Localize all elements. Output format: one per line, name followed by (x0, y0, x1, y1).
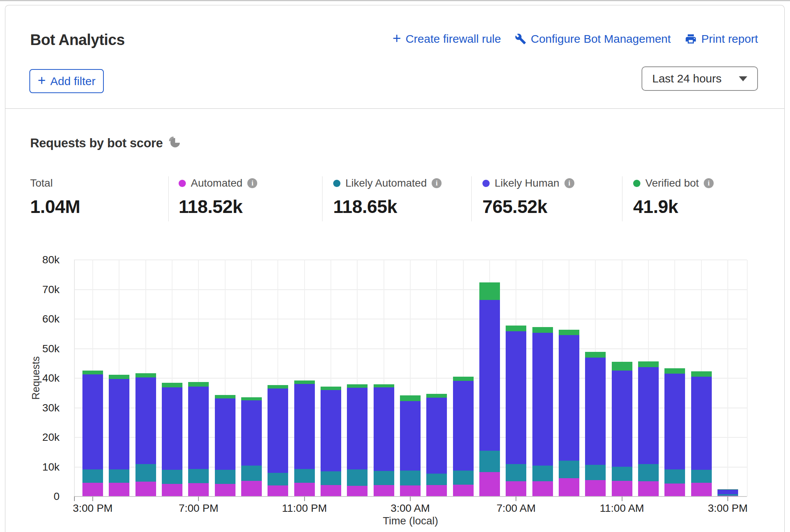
bar-segment-likely-human[interactable] (82, 374, 103, 469)
bar-segment-likely-automated[interactable] (453, 471, 474, 485)
bar-segment-likely-automated[interactable] (374, 471, 394, 485)
bar-segment-likely-human[interactable] (294, 384, 315, 469)
bar-segment-automated[interactable] (717, 496, 738, 497)
bar-segment-automated[interactable] (374, 485, 394, 497)
bar-segment-verified-bot[interactable] (82, 371, 103, 374)
bar-segment-automated[interactable] (559, 478, 579, 497)
bar-segment-verified-bot[interactable] (162, 383, 182, 387)
time-range-select[interactable]: Last 24 hours (642, 66, 758, 91)
bar-segment-automated[interactable] (82, 483, 103, 497)
info-icon[interactable]: i (247, 178, 257, 188)
bar-segment-likely-automated[interactable] (426, 474, 447, 485)
bar-segment-likely-automated[interactable] (188, 469, 209, 483)
bar-segment-likely-automated[interactable] (612, 467, 632, 481)
bar-segment-likely-automated[interactable] (321, 471, 341, 485)
bar-segment-automated[interactable] (638, 481, 659, 497)
bar-segment-verified-bot[interactable] (691, 371, 712, 377)
bar-segment-likely-human[interactable] (717, 490, 738, 494)
bar-segment-verified-bot[interactable] (188, 382, 209, 387)
info-icon[interactable]: i (432, 178, 442, 188)
create-firewall-rule-link[interactable]: + Create firewall rule (392, 32, 501, 45)
bar-segment-verified-bot[interactable] (479, 282, 500, 300)
bar-segment-automated[interactable] (215, 484, 235, 497)
bar-segment-automated[interactable] (612, 481, 632, 497)
bar-segment-likely-automated[interactable] (585, 465, 606, 480)
bar-segment-likely-automated[interactable] (162, 470, 182, 484)
bar-segment-verified-bot[interactable] (664, 368, 685, 374)
bar-segment-likely-automated[interactable] (135, 464, 156, 482)
bar-segment-verified-bot[interactable] (585, 352, 606, 358)
bar-segment-likely-human[interactable] (374, 387, 394, 471)
bar-segment-likely-human[interactable] (506, 331, 526, 464)
bar-segment-verified-bot[interactable] (321, 387, 341, 390)
bar-segment-verified-bot[interactable] (506, 326, 526, 331)
bar-segment-likely-automated[interactable] (400, 471, 421, 485)
bar-segment-likely-human[interactable] (479, 300, 500, 451)
bar-segment-likely-automated[interactable] (559, 461, 579, 478)
bar-segment-likely-human[interactable] (453, 381, 474, 471)
bar-segment-automated[interactable] (162, 484, 182, 497)
bar-segment-automated[interactable] (294, 483, 315, 497)
bar-segment-verified-bot[interactable] (241, 397, 262, 400)
bar-segment-likely-human[interactable] (268, 389, 288, 473)
bar-segment-automated[interactable] (426, 485, 447, 497)
configure-bot-management-link[interactable]: Configure Bot Management (515, 32, 671, 45)
bar-segment-likely-automated[interactable] (532, 466, 553, 482)
bar-segment-likely-human[interactable] (241, 400, 262, 466)
bar-segment-verified-bot[interactable] (717, 489, 738, 490)
bar-segment-verified-bot[interactable] (135, 373, 156, 378)
bar-segment-automated[interactable] (109, 483, 129, 497)
bar-segment-likely-human[interactable] (559, 335, 579, 461)
bar-segment-verified-bot[interactable] (400, 395, 421, 401)
bar-segment-automated[interactable] (532, 481, 553, 497)
bar-segment-likely-automated[interactable] (215, 470, 235, 484)
bar-segment-verified-bot[interactable] (268, 385, 288, 389)
bar-segment-verified-bot[interactable] (215, 395, 235, 398)
bar-segment-likely-human[interactable] (109, 379, 129, 470)
bar-segment-verified-bot[interactable] (638, 361, 659, 367)
bar-segment-likely-human[interactable] (188, 387, 209, 469)
bar-segment-automated[interactable] (241, 481, 262, 497)
bar-segment-likely-automated[interactable] (109, 469, 129, 482)
bar-segment-likely-human[interactable] (664, 374, 685, 469)
bar-segment-automated[interactable] (479, 472, 500, 497)
bar-segment-likely-automated[interactable] (347, 469, 368, 486)
bar-segment-automated[interactable] (321, 485, 341, 497)
bar-segment-likely-human[interactable] (426, 398, 447, 474)
bar-segment-verified-bot[interactable] (532, 327, 553, 333)
bar-segment-automated[interactable] (135, 482, 156, 497)
bar-segment-automated[interactable] (188, 483, 209, 497)
bar-segment-verified-bot[interactable] (426, 394, 447, 398)
info-icon[interactable]: i (704, 178, 714, 188)
bar-segment-likely-automated[interactable] (294, 469, 315, 483)
add-filter-button[interactable]: + Add filter (29, 69, 104, 93)
bar-segment-likely-human[interactable] (691, 377, 712, 470)
bar-segment-verified-bot[interactable] (109, 375, 129, 379)
bar-segment-verified-bot[interactable] (612, 362, 632, 370)
bar-segment-likely-human[interactable] (585, 358, 606, 465)
print-report-link[interactable]: Print report (685, 32, 758, 45)
bar-segment-automated[interactable] (347, 486, 368, 497)
bar-segment-likely-human[interactable] (638, 367, 659, 464)
bar-segment-automated[interactable] (691, 483, 712, 497)
bar-segment-automated[interactable] (453, 485, 474, 497)
bar-segment-likely-human[interactable] (612, 371, 632, 467)
bar-segment-likely-automated[interactable] (241, 466, 262, 481)
bar-segment-automated[interactable] (506, 481, 526, 497)
bar-segment-automated[interactable] (268, 485, 288, 497)
bar-segment-verified-bot[interactable] (374, 384, 394, 388)
bar-segment-likely-automated[interactable] (268, 473, 288, 485)
bar-segment-automated[interactable] (585, 480, 606, 497)
bar-segment-verified-bot[interactable] (347, 384, 368, 388)
bar-segment-likely-automated[interactable] (691, 470, 712, 483)
bar-segment-likely-automated[interactable] (638, 464, 659, 481)
bar-segment-verified-bot[interactable] (453, 377, 474, 381)
bar-segment-verified-bot[interactable] (294, 380, 315, 384)
bar-segment-likely-automated[interactable] (479, 451, 500, 472)
info-icon[interactable]: i (564, 178, 574, 188)
bar-segment-likely-automated[interactable] (82, 469, 103, 483)
bar-segment-verified-bot[interactable] (559, 330, 579, 335)
bar-segment-likely-automated[interactable] (506, 464, 526, 481)
bar-segment-automated[interactable] (664, 484, 685, 497)
bar-segment-likely-human[interactable] (162, 387, 182, 470)
